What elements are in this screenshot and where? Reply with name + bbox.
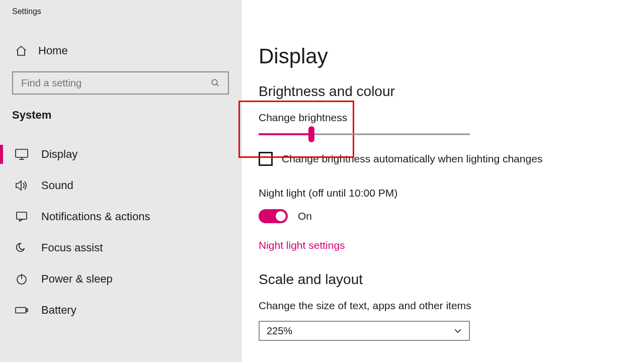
- sidebar-item-focus-assist[interactable]: Focus assist: [0, 232, 241, 263]
- search-icon: [211, 78, 220, 87]
- sidebar-item-battery[interactable]: Battery: [0, 295, 241, 326]
- monitor-icon: [15, 148, 28, 161]
- sidebar-item-label: Focus assist: [41, 241, 103, 254]
- battery-icon: [15, 304, 28, 317]
- svg-rect-8: [16, 307, 26, 313]
- moon-icon: [15, 241, 28, 254]
- scale-section-heading: Scale and layout: [259, 272, 624, 288]
- sidebar-item-label: Display: [41, 148, 77, 161]
- change-brightness-label: Change brightness: [259, 112, 624, 124]
- sidebar-item-label: Notifications & actions: [41, 210, 150, 223]
- sidebar-item-label: Power & sleep: [41, 273, 113, 286]
- svg-point-0: [212, 79, 217, 85]
- sidebar: Settings Home System: [0, 0, 242, 362]
- night-light-state: On: [298, 210, 312, 222]
- scale-value: 225%: [267, 325, 292, 337]
- search-container: [12, 71, 229, 95]
- svg-rect-2: [16, 149, 28, 157]
- search-box[interactable]: [12, 71, 229, 95]
- toggle-knob: [276, 211, 286, 221]
- svg-rect-9: [26, 309, 28, 312]
- chevron-down-icon: [454, 328, 462, 333]
- sidebar-item-sound[interactable]: Sound: [0, 170, 241, 201]
- auto-brightness-checkbox[interactable]: [259, 152, 273, 166]
- sidebar-item-notifications[interactable]: Notifications & actions: [0, 201, 241, 232]
- svg-rect-5: [17, 212, 27, 219]
- home-icon: [15, 45, 27, 57]
- slider-fill: [259, 133, 311, 135]
- search-input[interactable]: [21, 77, 182, 89]
- main-content: Display Brightness and colour Change bri…: [242, 0, 644, 362]
- home-nav[interactable]: Home: [0, 40, 241, 61]
- home-label: Home: [38, 44, 68, 57]
- notification-icon: [15, 210, 28, 223]
- sidebar-item-display[interactable]: Display: [0, 139, 241, 170]
- sidebar-item-power-sleep[interactable]: Power & sleep: [0, 263, 241, 295]
- power-icon: [15, 273, 28, 286]
- scale-dropdown[interactable]: 225%: [259, 321, 470, 341]
- speaker-icon: [15, 179, 28, 192]
- svg-line-1: [216, 84, 218, 86]
- auto-brightness-label: Change brightness automatically when lig…: [282, 153, 542, 165]
- page-title: Display: [259, 44, 624, 68]
- night-light-label: Night light (off until 10:00 PM): [259, 187, 624, 199]
- night-light-settings-link[interactable]: Night light settings: [259, 239, 345, 251]
- brightness-section-heading: Brightness and colour: [259, 83, 624, 100]
- sidebar-item-label: Battery: [41, 304, 76, 317]
- annotation-highlight: [238, 101, 354, 158]
- brightness-slider[interactable]: [259, 133, 470, 136]
- app-title: Settings: [0, 7, 241, 40]
- sidebar-section-label: System: [0, 109, 241, 122]
- sidebar-item-label: Sound: [41, 179, 73, 192]
- scale-label: Change the size of text, apps and other …: [259, 300, 624, 312]
- night-light-toggle[interactable]: [259, 209, 288, 223]
- slider-thumb[interactable]: [308, 126, 314, 142]
